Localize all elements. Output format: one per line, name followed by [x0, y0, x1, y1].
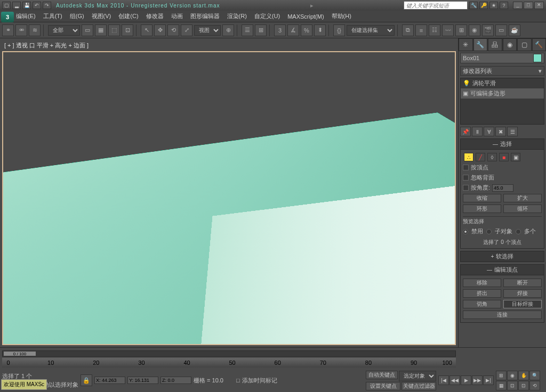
time-slider[interactable]: 0 / 100	[2, 350, 456, 357]
menu-maxscript[interactable]: MAXScript(M)	[287, 13, 324, 20]
unique-icon[interactable]: ∀	[484, 127, 494, 136]
target-weld-button[interactable]: 目标焊接	[503, 300, 542, 308]
menu-group[interactable]: 组(G)	[70, 12, 84, 20]
select-name-icon[interactable]: ▦	[95, 24, 107, 36]
scale-icon[interactable]: ⤢	[181, 24, 192, 36]
open-icon[interactable]: ▂	[12, 2, 21, 9]
time-slider-thumb[interactable]: 0 / 100	[4, 352, 36, 356]
add-time-tag[interactable]: 添加时间标记	[242, 377, 277, 385]
rollout-editverts-header[interactable]: — 编辑顶点	[460, 264, 544, 275]
menu-animation[interactable]: 动画	[171, 12, 183, 20]
goto-end-icon[interactable]: ▶|	[483, 375, 494, 385]
goto-start-icon[interactable]: |◀	[438, 375, 449, 385]
named-sel-icon[interactable]: {}	[333, 24, 345, 36]
ring-button[interactable]: 环形	[463, 205, 501, 213]
maximize-button[interactable]: □	[524, 2, 533, 9]
stack-item-turbosmooth[interactable]: 💡涡轮平滑	[461, 78, 544, 88]
nav-pan-icon[interactable]: ⊞	[496, 371, 507, 380]
menu-tools[interactable]: 工具(T)	[43, 12, 62, 20]
rollout-selection-header[interactable]: — 选择	[460, 138, 544, 150]
tab-display[interactable]: ▢	[517, 38, 532, 51]
subobj-element-icon[interactable]: ▣	[511, 153, 520, 161]
minimize-button[interactable]: _	[513, 2, 523, 9]
subobj-poly-icon[interactable]: ■	[499, 153, 509, 161]
z-coord[interactable]	[160, 377, 191, 384]
pin-stack-icon[interactable]: 📌	[460, 127, 471, 136]
lock-icon[interactable]: 🔒	[81, 374, 92, 386]
subobj-border-icon[interactable]: ◊	[487, 153, 497, 161]
time-ruler[interactable]: 0 10 20 30 40 50 60 70 80 90 100	[2, 358, 456, 368]
menu-views[interactable]: 视图(V)	[92, 12, 111, 20]
remove-mod-icon[interactable]: ✖	[495, 127, 506, 136]
setkey-button[interactable]: 设置关键点	[366, 382, 400, 390]
next-frame-icon[interactable]: ▶▶	[472, 375, 483, 385]
undo-icon[interactable]: ↶	[33, 2, 41, 9]
menu-render[interactable]: 渲染(R)	[227, 12, 247, 20]
bind-icon[interactable]: ≋	[29, 24, 41, 36]
preview-disable-radio[interactable]	[463, 229, 468, 234]
object-color-swatch[interactable]	[533, 54, 542, 62]
move-icon[interactable]: ✥	[154, 24, 166, 36]
render-icon[interactable]: ☕	[509, 24, 520, 36]
selection-filter[interactable]: 全部	[48, 25, 80, 36]
welcome-toast[interactable]: 欢迎使用 MAXSc	[1, 379, 47, 390]
modifier-stack[interactable]: 💡涡轮平滑 ▣可编辑多边形	[460, 78, 544, 125]
rollout-softsel-header[interactable]: + 软选择	[460, 251, 544, 262]
snap-icon[interactable]: 3	[274, 24, 286, 36]
rotate-icon[interactable]: ⟲	[167, 24, 179, 36]
subobj-vertex-icon[interactable]: ∴	[464, 153, 473, 161]
tool2-icon[interactable]: 🔑	[479, 2, 488, 9]
close-button[interactable]: ✕	[534, 2, 544, 9]
keyfilter-button[interactable]: 关键点过滤器	[402, 382, 436, 390]
nav-zoomext-icon[interactable]: ▦	[496, 381, 507, 390]
keymode-icon[interactable]: ⊞	[255, 24, 267, 36]
remove-button[interactable]: 移除	[463, 279, 501, 287]
viewport-canvas[interactable]	[2, 51, 456, 345]
nav-rotate-icon[interactable]: ⟲	[529, 381, 540, 390]
angle-spinner[interactable]	[492, 184, 513, 192]
key-mode-dropdown[interactable]: 选定对象	[399, 371, 436, 381]
shrink-button[interactable]: 收缩	[463, 194, 501, 202]
chamfer-button[interactable]: 切角	[463, 300, 501, 308]
config-icon[interactable]: ☰	[507, 127, 518, 136]
tab-motion[interactable]: ◉	[503, 38, 517, 51]
select-icon[interactable]: ▭	[82, 24, 93, 36]
menu-graph[interactable]: 图形编辑器	[190, 12, 220, 20]
curve-ed-icon[interactable]: 〰	[442, 24, 454, 36]
named-sel-set[interactable]: 创建选择集	[347, 25, 395, 36]
unlink-icon[interactable]: ⚮	[15, 24, 27, 36]
nav-orbit-icon[interactable]: ◉	[507, 371, 518, 380]
break-button[interactable]: 断开	[503, 279, 542, 287]
x-coord[interactable]	[94, 377, 125, 384]
autokey-button[interactable]: 自动关键点	[366, 371, 398, 379]
link-icon[interactable]: ⚭	[2, 24, 14, 36]
angle-snap-icon[interactable]: ∡	[287, 24, 299, 36]
star-icon[interactable]: ★	[489, 2, 498, 9]
manip-icon[interactable]: ☰	[242, 24, 253, 36]
preview-subobj-radio[interactable]	[486, 229, 492, 234]
viewport-label[interactable]: [ + ] 透视 口 平滑 + 高光 + 边面 ]	[4, 42, 89, 50]
select-region-icon[interactable]: ⬚	[108, 24, 120, 36]
mirror-icon[interactable]: ⧉	[402, 24, 414, 36]
redo-icon[interactable]: ↷	[43, 2, 51, 9]
by-vertex-check[interactable]	[463, 165, 469, 170]
menu-modifiers[interactable]: 修改器	[146, 12, 164, 20]
viewport[interactable]: [ + ] 透视 口 平滑 + 高光 + 边面 ]	[0, 38, 458, 347]
modifier-list-dropdown[interactable]: 修改器列表▾	[460, 66, 544, 76]
select-object-icon[interactable]: ↖	[141, 24, 152, 36]
nav-fov-icon[interactable]: ⊡	[507, 381, 518, 390]
help-icon[interactable]: ?	[500, 2, 508, 9]
connect-button[interactable]: 连接	[463, 311, 542, 319]
pivot-icon[interactable]: ⊕	[222, 24, 234, 36]
grow-button[interactable]: 扩大	[503, 194, 542, 202]
nav-zoom-icon[interactable]: 🔍	[529, 371, 540, 380]
menu-help[interactable]: 帮助(H)	[332, 12, 351, 20]
spinner-snap-icon[interactable]: ⬍	[314, 24, 326, 36]
search-input[interactable]	[404, 1, 468, 10]
preview-multi-radio[interactable]	[516, 229, 521, 234]
layers-icon[interactable]: ☷	[429, 24, 440, 36]
tool1-icon[interactable]: 🔧	[469, 2, 478, 9]
show-result-icon[interactable]: Ⅱ	[472, 127, 483, 136]
play-icon[interactable]: ▶	[461, 375, 471, 385]
new-icon[interactable]: ▢	[2, 2, 11, 9]
